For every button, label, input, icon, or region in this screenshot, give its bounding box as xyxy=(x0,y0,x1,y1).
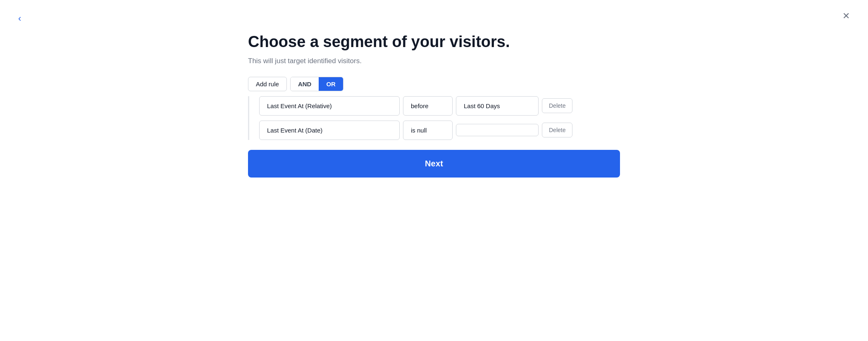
rule-operator-2[interactable]: is null xyxy=(403,121,453,140)
next-button[interactable]: Next xyxy=(248,150,620,178)
page-title: Choose a segment of your visitors. xyxy=(248,33,620,51)
table-row: Last Event At (Relative) before Last 60 … xyxy=(259,96,620,116)
table-row: Last Event At (Date) is null Delete xyxy=(259,121,620,140)
logic-toggle-group: AND OR xyxy=(290,77,343,91)
rule-value-1[interactable]: Last 60 Days xyxy=(456,96,539,116)
back-icon: ‹ xyxy=(18,13,21,24)
and-toggle[interactable]: AND xyxy=(291,77,319,91)
main-content: Choose a segment of your visitors. This … xyxy=(248,33,620,178)
rule-controls: Add rule AND OR xyxy=(248,77,620,91)
rules-container: Last Event At (Relative) before Last 60 … xyxy=(248,96,620,140)
rule-field-2[interactable]: Last Event At (Date) xyxy=(259,121,400,140)
rule-operator-1[interactable]: before xyxy=(403,96,453,116)
back-button[interactable]: ‹ xyxy=(15,12,24,26)
add-rule-button[interactable]: Add rule xyxy=(248,77,287,91)
close-button[interactable]: ✕ xyxy=(839,9,853,23)
page-subtitle: This will just target identified visitor… xyxy=(248,57,620,65)
close-icon: ✕ xyxy=(842,11,850,21)
rule-value-2[interactable] xyxy=(456,124,539,136)
rule-field-1[interactable]: Last Event At (Relative) xyxy=(259,96,400,116)
delete-rule-1-button[interactable]: Delete xyxy=(542,98,572,113)
delete-rule-2-button[interactable]: Delete xyxy=(542,123,572,137)
or-toggle[interactable]: OR xyxy=(319,77,343,91)
